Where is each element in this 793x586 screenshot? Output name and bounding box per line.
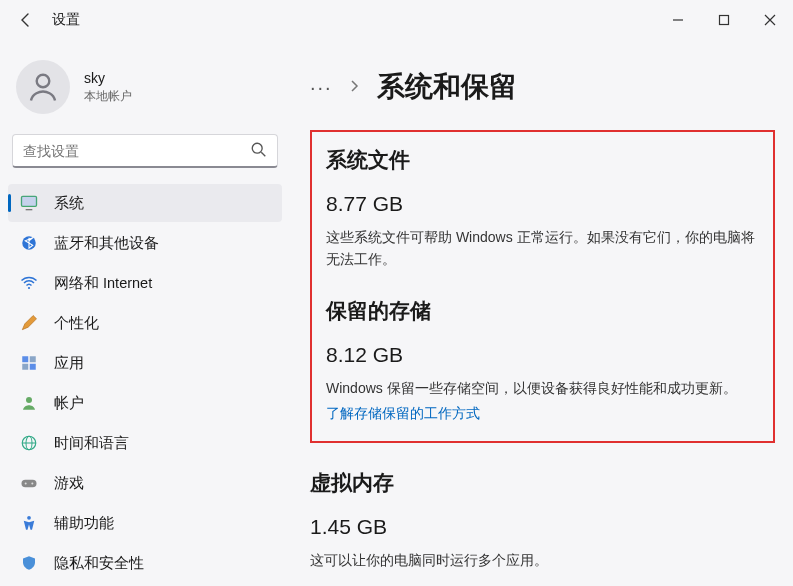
svg-point-2 [37, 75, 50, 88]
svg-point-3 [252, 143, 262, 153]
sidebar-item-network[interactable]: 网络和 Internet [8, 264, 282, 302]
virtual-memory-desc: 这可以让你的电脑同时运行多个应用。 [310, 549, 775, 571]
page-title: 系统和保留 [377, 68, 517, 106]
sidebar-item-label: 游戏 [54, 474, 84, 493]
search-input[interactable] [12, 134, 278, 168]
shield-icon [18, 552, 40, 574]
section-virtual-memory: 虚拟内存 1.45 GB 这可以让你的电脑同时运行多个应用。 [310, 469, 775, 571]
sidebar-item-label: 网络和 Internet [54, 274, 152, 293]
sidebar: sky 本地帐户 系统 蓝牙和其他设备 网络和 Internet [0, 40, 290, 586]
reserved-size: 8.12 GB [326, 343, 759, 367]
sidebar-item-privacy[interactable]: 隐私和安全性 [8, 544, 282, 582]
reserved-learn-more-link[interactable]: 了解存储保留的工作方式 [326, 405, 480, 423]
chevron-right-icon [349, 79, 361, 95]
avatar [16, 60, 70, 114]
sidebar-item-label: 帐户 [54, 394, 84, 413]
account-type: 本地帐户 [84, 88, 132, 105]
person-icon [18, 392, 40, 414]
brush-icon [18, 312, 40, 334]
highlighted-region: 系统文件 8.77 GB 这些系统文件可帮助 Windows 正常运行。如果没有… [310, 130, 775, 443]
section-reserved-storage: 保留的存储 8.12 GB Windows 保留一些存储空间，以便设备获得良好性… [326, 297, 759, 423]
svg-point-19 [25, 482, 27, 484]
system-files-size: 8.77 GB [326, 192, 759, 216]
sidebar-item-label: 应用 [54, 354, 84, 373]
sidebar-item-accessibility[interactable]: 辅助功能 [8, 504, 282, 542]
svg-rect-18 [22, 480, 37, 488]
globe-icon [18, 432, 40, 454]
close-button[interactable] [747, 0, 793, 40]
svg-point-9 [28, 287, 30, 289]
system-files-desc: 这些系统文件可帮助 Windows 正常运行。如果没有它们，你的电脑将无法工作。 [326, 226, 759, 271]
wifi-icon [18, 272, 40, 294]
account-name: sky [84, 70, 132, 86]
gamepad-icon [18, 472, 40, 494]
section-title: 虚拟内存 [310, 469, 775, 497]
breadcrumb-more-icon[interactable]: ··· [310, 76, 333, 99]
account-block[interactable]: sky 本地帐户 [8, 46, 282, 134]
svg-point-14 [26, 397, 32, 403]
svg-rect-11 [30, 356, 36, 362]
section-system-files: 系统文件 8.77 GB 这些系统文件可帮助 Windows 正常运行。如果没有… [326, 146, 759, 271]
sidebar-item-apps[interactable]: 应用 [8, 344, 282, 382]
virtual-memory-size: 1.45 GB [310, 515, 775, 539]
svg-line-4 [261, 152, 265, 156]
bluetooth-icon [18, 232, 40, 254]
sidebar-item-label: 个性化 [54, 314, 99, 333]
sidebar-item-personalization[interactable]: 个性化 [8, 304, 282, 342]
svg-rect-1 [720, 16, 729, 25]
maximize-button[interactable] [701, 0, 747, 40]
system-icon [18, 192, 40, 214]
accessibility-icon [18, 512, 40, 534]
sidebar-item-label: 辅助功能 [54, 514, 114, 533]
sidebar-item-label: 系统 [54, 194, 84, 213]
svg-rect-13 [30, 364, 36, 370]
section-title: 系统文件 [326, 146, 759, 174]
back-button[interactable] [12, 6, 40, 34]
window-title: 设置 [52, 11, 80, 29]
minimize-button[interactable] [655, 0, 701, 40]
svg-rect-10 [22, 356, 28, 362]
sidebar-item-accounts[interactable]: 帐户 [8, 384, 282, 422]
reserved-desc: Windows 保留一些存储空间，以便设备获得良好性能和成功更新。 [326, 377, 759, 399]
nav-list: 系统 蓝牙和其他设备 网络和 Internet 个性化 应用 帐户 [8, 184, 282, 582]
search-icon [250, 141, 268, 162]
svg-rect-12 [22, 364, 28, 370]
svg-point-20 [31, 482, 33, 484]
sidebar-item-label: 蓝牙和其他设备 [54, 234, 159, 253]
svg-point-21 [27, 516, 31, 520]
sidebar-item-time-language[interactable]: 时间和语言 [8, 424, 282, 462]
breadcrumb: ··· 系统和保留 [310, 68, 775, 106]
sidebar-item-label: 隐私和安全性 [54, 554, 144, 573]
sidebar-item-system[interactable]: 系统 [8, 184, 282, 222]
section-title: 保留的存储 [326, 297, 759, 325]
titlebar: 设置 [0, 0, 793, 40]
svg-rect-6 [22, 196, 37, 206]
main-content: ··· 系统和保留 系统文件 8.77 GB 这些系统文件可帮助 Windows… [290, 40, 793, 586]
sidebar-item-gaming[interactable]: 游戏 [8, 464, 282, 502]
apps-icon [18, 352, 40, 374]
sidebar-item-bluetooth[interactable]: 蓝牙和其他设备 [8, 224, 282, 262]
sidebar-item-label: 时间和语言 [54, 434, 129, 453]
